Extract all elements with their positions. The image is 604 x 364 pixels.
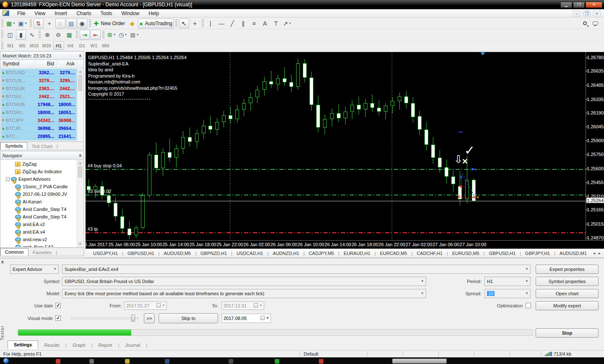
navigator-item[interactable]: ƒZigZag (1, 160, 77, 168)
timeframe-m30[interactable]: M30 (41, 42, 52, 50)
menu-file[interactable]: File (13, 9, 30, 18)
chart-window[interactable]: #4 buy stop 0.04#3 sell 0.02#3 tp⇩×✓►×◄◄… (86, 52, 604, 249)
timeframe-d1[interactable]: D1 (77, 42, 88, 50)
taskbar-icon-1[interactable] (56, 359, 60, 364)
timeframe-m1[interactable]: M1 (5, 42, 16, 50)
data-window-toggle[interactable]: + (44, 18, 55, 29)
navigator-item[interactable]: anid.new.v2 (1, 236, 77, 243)
terminal-toggle[interactable]: ▤ (66, 18, 76, 29)
chart-tab-cadchf-h1[interactable]: CADCHF,H1 (412, 251, 447, 256)
ea-type-select[interactable]: Expert Advisor▼ (10, 265, 59, 274)
active-task-button[interactable] (392, 359, 447, 364)
market-watch-row[interactable]: ▼BTCUS...3279....3295.... (1, 77, 77, 85)
navigator-item[interactable]: anid.EA.v4 (1, 228, 77, 236)
symbol-select[interactable]: GBPUSD, Great Britain Pound vs US Dollar… (62, 277, 426, 286)
cursor-tool[interactable]: ↖ (179, 18, 189, 29)
close-button[interactable]: ✕ (586, 2, 602, 8)
navigator-item[interactable]: 1Sonic_2 PVA Candle (1, 183, 77, 190)
modify-expert-button[interactable]: Modify expert (536, 301, 599, 310)
tester-tab-journal[interactable]: Journal (119, 341, 146, 349)
market-watch-toggle[interactable]: ⇅ (34, 18, 44, 29)
new-chart-button[interactable]: ▦▾ (5, 18, 16, 29)
visual-mode-checkbox[interactable]: ✓ (55, 315, 61, 321)
column-bid[interactable]: Bid (36, 60, 57, 68)
navigator-item[interactable]: -Expert Advisors (1, 175, 77, 183)
fast-forward-button[interactable]: >> (144, 313, 155, 323)
market-watch-row[interactable]: ▲BTCRU...18000...18051... (1, 109, 77, 117)
chart-shift-toggle[interactable]: ⇤ (91, 30, 101, 40)
from-date-field[interactable]: 2017.01.27▼ (124, 302, 167, 310)
use-date-checkbox[interactable]: ✓ (55, 303, 61, 308)
vertical-line-tool[interactable]: | (206, 18, 216, 29)
auto-scroll-toggle[interactable]: ⇥ (80, 30, 90, 40)
tab-favorites[interactable]: Favorites (29, 249, 56, 256)
chart-tab-eurcad-m5[interactable]: EURCAD,M5 (376, 251, 411, 256)
navigator-close-icon[interactable]: x (79, 153, 81, 158)
tabs-scroll-left-icon[interactable]: ◂ (593, 251, 595, 255)
bar-chart-button[interactable]: ◫ (5, 30, 15, 40)
tester-tab-results[interactable]: Results (38, 341, 65, 349)
profiles-button[interactable]: ▣▾ (17, 18, 28, 29)
market-watch-scrollbar[interactable]: ▲ (77, 69, 83, 141)
taskbar-icon-red[interactable] (319, 359, 323, 364)
skip-to-date-field[interactable]: 2017.08.05▼ (221, 314, 271, 323)
market-watch-row[interactable]: ▲BTCUSD3262....3279.... (1, 69, 77, 77)
chart-tab-audnzd-h1[interactable]: AUDNZD,H1 (268, 251, 303, 256)
to-date-field[interactable]: 2017.12.31▼ (221, 302, 264, 310)
navigator-scrollbar[interactable]: ▲ ▼ (77, 160, 83, 247)
chart-tab-euraud-h1[interactable]: EURAUD,H1 (339, 251, 375, 256)
chart-tab-cadjpy-m5[interactable]: CADJPY,M5 (305, 251, 338, 256)
zoom-in-button[interactable]: ⊕ (42, 30, 52, 40)
indicators-button[interactable]: ⊞▾ (106, 30, 117, 40)
chart-tab-usdcad-h1[interactable]: USDCAD,H1 (232, 251, 268, 256)
model-select[interactable]: Every tick (the most precise method base… (62, 289, 426, 298)
navigator-item[interactable]: 2017-06-12 09h00 JV (1, 190, 77, 198)
tab-common[interactable]: Common (0, 248, 29, 256)
taskbar-icon-2[interactable] (89, 359, 94, 364)
taskbar-icon-3[interactable] (125, 359, 130, 364)
crosshair-tool[interactable]: + (190, 18, 200, 29)
navigator-item[interactable]: ƒZigZag Av Indicator (1, 168, 77, 175)
trendline-tool[interactable]: ╱ (227, 18, 237, 29)
maximize-button[interactable]: ❒ (573, 2, 585, 8)
timeframe-w1[interactable]: W1 (89, 42, 99, 50)
chart-tab-gbpusd-h1[interactable]: GBPUSD,H1 (485, 251, 520, 256)
chart-tab-gbpusd-h1[interactable]: GBPUSD,H1 (123, 251, 159, 256)
symbol-properties-button[interactable]: Symbol properties (536, 277, 599, 286)
navigator-item[interactable]: anid.EA.v2 (1, 221, 77, 228)
ea-file-select[interactable]: SuplexBar_anid-EAv2.ex4▼ (62, 265, 531, 274)
menu-help[interactable]: Help (144, 9, 164, 18)
market-watch-row[interactable]: ▲BTC...20895...21641... (1, 133, 77, 140)
autotrading-button[interactable]: ●AutoTrading (138, 18, 173, 29)
fibonacci-tool[interactable]: ≡ (249, 18, 259, 29)
start-button[interactable] (3, 358, 9, 364)
zoom-out-button[interactable]: ⊖ (53, 30, 63, 40)
tile-windows-button[interactable]: ▦ (64, 30, 74, 40)
column-symbol[interactable]: Symbol (0, 60, 36, 68)
spread-select[interactable]: 10▼ (484, 289, 531, 298)
menu-insert[interactable]: Insert (50, 9, 72, 18)
market-watch-close-icon[interactable]: x (79, 53, 81, 58)
chart-tab-usdjpy-h1[interactable]: USDJPY,H1 (89, 251, 122, 256)
navigator-item[interactable]: Al-Kanari (1, 198, 77, 205)
label-tool[interactable]: T (271, 18, 281, 29)
tab-tick-chart[interactable]: Tick Chart (27, 143, 57, 150)
timeframe-h4[interactable]: H4 (65, 42, 76, 50)
navigator-toggle[interactable]: ☆ (55, 18, 65, 29)
stop-button[interactable]: Stop (536, 328, 599, 338)
skip-to-button[interactable]: Skip to (159, 313, 218, 323)
chart-tab-audusd-m5[interactable]: AUDUSD,M5 (159, 251, 195, 256)
market-watch-row[interactable]: ▼BTCEUR2363....2442.... (1, 85, 77, 93)
timeframe-mn[interactable]: MN (100, 42, 111, 50)
child-close-button[interactable]: × (593, 10, 601, 16)
child-restore-button[interactable]: ❐ (583, 10, 591, 16)
column-ask[interactable]: Ask (57, 60, 77, 68)
optimization-checkbox[interactable] (526, 303, 531, 308)
tester-tab-settings[interactable]: Settings (8, 341, 38, 349)
market-watch-row[interactable]: ▲BTCJP...36998...39654... (1, 125, 77, 133)
strategy-tester-toggle[interactable]: ◉ (77, 18, 87, 29)
chat-icon[interactable] (593, 21, 598, 25)
navigator-item[interactable]: Anid Candle_Step T4 (1, 213, 77, 221)
arrows-tool[interactable]: ↗▾ (282, 18, 292, 29)
menu-window[interactable]: Window (117, 9, 144, 18)
